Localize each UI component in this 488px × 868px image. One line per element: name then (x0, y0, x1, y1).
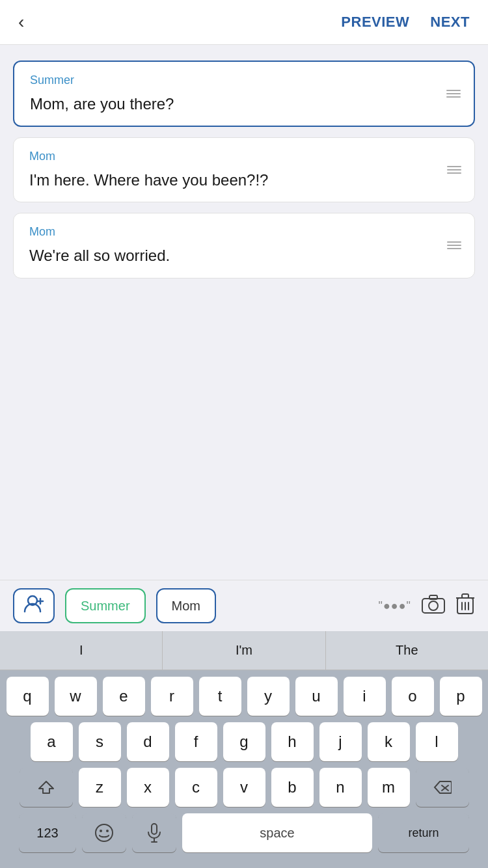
key-p[interactable]: p (440, 677, 482, 716)
menu-line (447, 172, 461, 174)
menu-line (447, 248, 461, 249)
key-row-4: 123 space return (4, 813, 484, 852)
autocomplete-item-3[interactable]: The (326, 631, 488, 670)
key-j[interactable]: j (319, 722, 362, 761)
key-m[interactable]: m (368, 768, 410, 807)
toolbar: Summer Mom "●●●" (0, 580, 488, 631)
keyboard: I I'm The q w e r t y u i o p a s d f g … (0, 631, 488, 868)
toolbar-autocomplete-display: "●●●" (379, 599, 411, 613)
menu-line (446, 90, 461, 91)
message-menu-2[interactable] (447, 166, 461, 174)
message-text-2: I'm here. Where have you been?!? (29, 170, 461, 190)
svg-rect-5 (429, 595, 437, 599)
spacer (13, 289, 475, 569)
key-row-2: a s d f g h j k l (4, 722, 484, 761)
message-author-2: Mom (29, 150, 461, 163)
autocomplete-bar: I I'm The (0, 631, 488, 670)
numbers-key[interactable]: 123 (19, 813, 76, 852)
message-card-1[interactable]: Summer Mom, are you there? (13, 61, 475, 127)
key-h[interactable]: h (271, 722, 314, 761)
key-t[interactable]: t (199, 677, 241, 716)
message-text-3: We're all so worried. (29, 245, 461, 265)
camera-button[interactable] (422, 594, 445, 618)
svg-rect-17 (152, 824, 157, 834)
header: ‹ PREVIEW NEXT (0, 0, 488, 45)
mic-key[interactable] (132, 813, 176, 852)
svg-point-16 (106, 830, 109, 832)
key-row-1: q w e r t y u i o p (4, 677, 484, 716)
next-button[interactable]: NEXT (430, 14, 470, 31)
bottom-bar (0, 855, 488, 868)
key-y[interactable]: y (247, 677, 290, 716)
message-card-2[interactable]: Mom I'm here. Where have you been?!? (13, 137, 475, 202)
key-x[interactable]: x (127, 768, 169, 807)
autocomplete-item-1[interactable]: I (0, 631, 163, 670)
key-c[interactable]: c (175, 768, 217, 807)
autocomplete-item-2[interactable]: I'm (163, 631, 325, 670)
header-actions: PREVIEW NEXT (341, 14, 470, 31)
key-row-3: z x c v b n m (4, 768, 484, 807)
key-i[interactable]: i (344, 677, 386, 716)
key-a[interactable]: a (31, 722, 73, 761)
key-v[interactable]: v (223, 768, 265, 807)
message-menu-3[interactable] (447, 241, 461, 249)
shift-key[interactable] (20, 768, 73, 807)
return-key[interactable]: return (378, 813, 469, 852)
key-n[interactable]: n (319, 768, 362, 807)
key-g[interactable]: g (223, 722, 265, 761)
key-d[interactable]: d (127, 722, 169, 761)
message-card-3[interactable]: Mom We're all so worried. (13, 213, 475, 278)
mom-character-button[interactable]: Mom (156, 588, 216, 623)
menu-line (446, 96, 461, 98)
message-author-1: Summer (30, 74, 461, 87)
summer-character-button[interactable]: Summer (65, 588, 146, 623)
backspace-key[interactable] (416, 768, 469, 807)
svg-point-15 (100, 830, 102, 832)
key-o[interactable]: o (392, 677, 434, 716)
menu-line (447, 166, 461, 167)
message-author-3: Mom (29, 225, 461, 239)
key-u[interactable]: u (295, 677, 338, 716)
key-k[interactable]: k (368, 722, 410, 761)
menu-line (447, 245, 461, 246)
svg-rect-8 (462, 594, 468, 598)
add-person-icon (23, 595, 44, 617)
message-text-1: Mom, are you there? (30, 94, 461, 114)
key-r[interactable]: r (151, 677, 193, 716)
add-character-button[interactable] (13, 588, 55, 623)
key-z[interactable]: z (79, 768, 121, 807)
message-menu-1[interactable] (446, 90, 461, 98)
key-e[interactable]: e (103, 677, 145, 716)
menu-line (446, 93, 461, 94)
delete-button[interactable] (455, 593, 475, 619)
svg-point-14 (96, 824, 113, 841)
back-button[interactable]: ‹ (18, 12, 24, 33)
key-q[interactable]: q (7, 677, 49, 716)
space-key[interactable]: space (182, 813, 372, 852)
menu-line (447, 169, 461, 170)
key-b[interactable]: b (271, 768, 314, 807)
key-rows: q w e r t y u i o p a s d f g h j k l (0, 670, 488, 855)
svg-point-4 (429, 601, 438, 610)
content-area: Summer Mom, are you there? Mom I'm here.… (0, 45, 488, 580)
menu-line (447, 241, 461, 243)
emoji-key[interactable] (82, 813, 126, 852)
key-f[interactable]: f (175, 722, 217, 761)
key-l[interactable]: l (416, 722, 458, 761)
key-w[interactable]: w (55, 677, 97, 716)
preview-button[interactable]: PREVIEW (341, 14, 409, 31)
key-s[interactable]: s (79, 722, 121, 761)
